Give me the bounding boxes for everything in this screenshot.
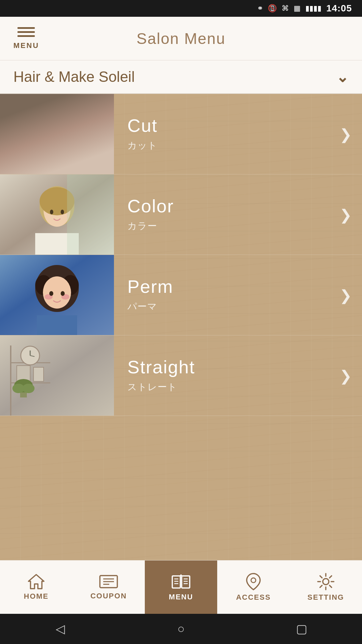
nav-setting-button[interactable]: SETTING bbox=[290, 560, 362, 614]
straight-photo bbox=[0, 335, 114, 416]
perm-image bbox=[0, 255, 114, 335]
vibrate-icon: 📵 bbox=[268, 4, 277, 13]
android-nav-bar: ◁ ○ ▢ bbox=[0, 614, 362, 644]
menu-item-perm[interactable]: Perm パーマ ❯ bbox=[0, 255, 362, 335]
hamburger-menu-button[interactable]: MENU bbox=[13, 27, 39, 50]
color-arrow-icon: ❯ bbox=[340, 206, 352, 223]
access-nav-label: ACCESS bbox=[236, 593, 271, 602]
color-info: Color カラー ❯ bbox=[114, 174, 362, 255]
svg-marker-42 bbox=[28, 575, 44, 589]
nav-coupon-button[interactable]: COUPON bbox=[72, 560, 145, 614]
menu-book-icon bbox=[172, 573, 190, 590]
cut-arrow-icon: ❯ bbox=[340, 125, 352, 143]
perm-info: Perm パーマ ❯ bbox=[114, 255, 362, 335]
battery-icon: ▮▮▮▮ bbox=[305, 4, 321, 13]
status-icons: ⚭ 📵 ⌘ ▦ ▮▮▮▮ 14:05 bbox=[257, 3, 352, 14]
nav-access-button[interactable]: ACCESS bbox=[217, 560, 290, 614]
home-nav-label: HOME bbox=[24, 592, 49, 601]
cut-info: Cut カット ❯ bbox=[114, 94, 362, 174]
svg-point-22 bbox=[43, 276, 71, 309]
sim-icon: ▦ bbox=[294, 4, 301, 13]
menu-button-label: MENU bbox=[13, 41, 39, 50]
color-image bbox=[0, 174, 114, 255]
svg-point-4 bbox=[39, 107, 75, 138]
straight-title: Straight bbox=[127, 358, 349, 376]
salon-selector-bar[interactable]: Hair & Make Soleil ⌄ bbox=[0, 60, 362, 94]
cut-subtitle: カット bbox=[127, 139, 349, 152]
color-photo bbox=[0, 174, 114, 255]
status-time: 14:05 bbox=[326, 3, 352, 14]
straight-arrow-icon: ❯ bbox=[340, 367, 352, 384]
app-header: MENU Salon Menu bbox=[0, 17, 362, 60]
menu-line-2 bbox=[17, 31, 35, 33]
perm-subtitle: パーマ bbox=[127, 300, 349, 313]
color-title: Color bbox=[127, 197, 349, 215]
nav-menu-button[interactable]: MENU bbox=[145, 560, 217, 614]
svg-rect-1 bbox=[0, 94, 114, 174]
svg-point-2 bbox=[39, 106, 75, 149]
salon-name: Hair & Make Soleil bbox=[13, 68, 336, 85]
page-title: Salon Menu bbox=[136, 30, 226, 48]
cut-image bbox=[0, 94, 114, 174]
svg-point-55 bbox=[251, 578, 256, 583]
menu-line-3 bbox=[17, 35, 35, 37]
gear-icon bbox=[317, 573, 335, 590]
perm-title: Perm bbox=[127, 277, 349, 296]
svg-point-56 bbox=[323, 579, 329, 585]
svg-rect-30 bbox=[10, 345, 11, 416]
svg-rect-16 bbox=[67, 174, 114, 255]
perm-arrow-icon: ❯ bbox=[340, 286, 352, 304]
svg-rect-47 bbox=[172, 576, 180, 588]
menu-item-straight[interactable]: Straight ストレート ❯ bbox=[0, 335, 362, 416]
location-icon bbox=[246, 573, 261, 590]
svg-rect-27 bbox=[37, 315, 77, 335]
svg-point-15 bbox=[61, 210, 64, 214]
svg-point-25 bbox=[49, 291, 53, 296]
bluetooth-icon: ⚭ bbox=[257, 4, 263, 13]
status-bar: ⚭ 📵 ⌘ ▦ ▮▮▮▮ 14:05 bbox=[0, 0, 362, 17]
svg-rect-48 bbox=[182, 576, 190, 588]
menu-item-color[interactable]: Color カラー ❯ bbox=[0, 174, 362, 255]
nav-home-button[interactable]: HOME bbox=[0, 560, 72, 614]
straight-image bbox=[0, 335, 114, 416]
straight-info: Straight ストレート ❯ bbox=[114, 335, 362, 416]
svg-rect-37 bbox=[34, 367, 44, 381]
android-recent-button[interactable]: ▢ bbox=[292, 622, 312, 636]
perm-photo bbox=[0, 255, 114, 335]
straight-subtitle: ストレート bbox=[127, 381, 349, 393]
home-icon bbox=[28, 574, 45, 589]
cut-photo bbox=[0, 94, 114, 174]
svg-point-7 bbox=[61, 130, 65, 135]
color-subtitle: カラー bbox=[127, 220, 349, 232]
bottom-navigation: HOME COUPON MENU ACCESS bbox=[0, 560, 362, 614]
svg-point-41 bbox=[22, 384, 35, 393]
menu-nav-label: MENU bbox=[169, 593, 193, 601]
menu-line-1 bbox=[17, 27, 35, 29]
cut-title: Cut bbox=[127, 116, 349, 135]
svg-point-14 bbox=[50, 210, 53, 214]
svg-rect-5 bbox=[34, 154, 80, 174]
android-home-button[interactable]: ○ bbox=[171, 622, 191, 636]
wifi-icon: ⌘ bbox=[282, 4, 289, 13]
svg-rect-0 bbox=[0, 94, 114, 174]
menu-list: Cut カット ❯ bbox=[0, 94, 362, 560]
coupon-nav-label: COUPON bbox=[90, 592, 127, 600]
svg-point-6 bbox=[49, 130, 53, 135]
svg-point-3 bbox=[43, 114, 71, 148]
chevron-down-icon: ⌄ bbox=[336, 68, 349, 86]
menu-item-cut[interactable]: Cut カット ❯ bbox=[0, 94, 362, 174]
android-back-button[interactable]: ◁ bbox=[50, 622, 70, 636]
svg-point-26 bbox=[61, 291, 65, 296]
coupon-icon bbox=[99, 574, 118, 589]
setting-nav-label: SETTING bbox=[307, 593, 344, 602]
